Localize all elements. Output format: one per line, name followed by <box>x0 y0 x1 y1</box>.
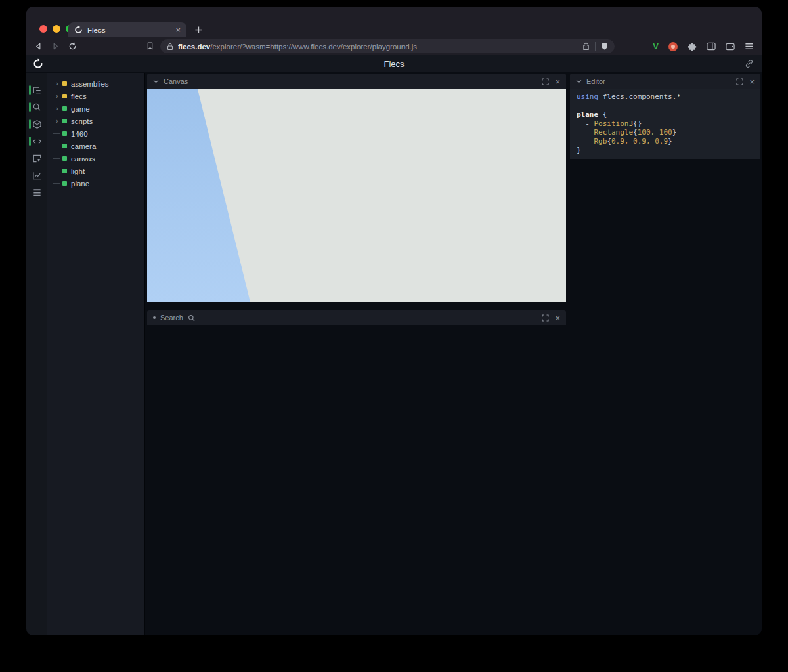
sidebar-item-entities[interactable] <box>26 81 47 98</box>
close-icon[interactable]: × <box>555 77 560 86</box>
tree-item-flecs[interactable]: ›flecs <box>47 90 144 102</box>
editor-panel: Editor × using flecs.components.* plane … <box>570 74 760 159</box>
puzzle-icon[interactable] <box>688 42 697 51</box>
tree-guide-line <box>53 183 60 184</box>
code-icon <box>32 136 42 146</box>
entity-color-swatch <box>62 169 67 173</box>
sidebar-item-scripts[interactable] <box>26 133 47 150</box>
url-path: /explorer/?wasm=https://www.flecs.dev/ex… <box>210 43 417 51</box>
reload-button[interactable] <box>68 42 77 51</box>
menu-icon[interactable] <box>745 42 754 51</box>
tree-item-camera[interactable]: camera <box>47 140 144 152</box>
tree-item-label: flecs <box>71 93 87 100</box>
tree-item-assemblies[interactable]: ›assemblies <box>47 77 144 90</box>
new-tab-button[interactable] <box>194 26 203 34</box>
code-line: } <box>577 146 754 155</box>
magnifier-icon <box>188 314 195 322</box>
tree-item-plane[interactable]: plane <box>47 177 144 190</box>
url-bar[interactable]: flecs.dev/explorer/?wasm=https://www.fle… <box>160 39 615 53</box>
tree-item-light[interactable]: light <box>47 165 144 177</box>
entity-color-swatch <box>62 156 67 161</box>
tree-item-game[interactable]: ›game <box>47 102 144 115</box>
tree-item-label: scripts <box>71 117 93 125</box>
share-icon[interactable] <box>582 42 590 51</box>
v-extension-icon[interactable]: V <box>653 41 659 51</box>
chart-icon <box>32 171 42 180</box>
page-title: Flecs <box>26 59 762 69</box>
link-icon[interactable] <box>745 59 754 68</box>
chevron-down-icon[interactable] <box>576 79 582 83</box>
canvas-sky-region <box>147 89 566 302</box>
shield-icon[interactable] <box>601 42 608 51</box>
tab-close-icon[interactable]: × <box>175 26 181 34</box>
canvas-panel: Canvas × <box>147 74 566 302</box>
entity-color-swatch <box>62 181 67 186</box>
tree-item-label: assemblies <box>71 80 109 88</box>
canvas-panel-header[interactable]: Canvas × <box>147 74 566 89</box>
tree-item-label: light <box>71 167 85 175</box>
active-indicator <box>29 102 31 112</box>
chevron-right-icon[interactable]: › <box>53 93 61 100</box>
tree-item-label: game <box>71 105 90 113</box>
code-line: - Rectangle{100, 100} <box>577 128 754 137</box>
app-header: Flecs <box>26 55 762 72</box>
tree-item-label: canvas <box>71 155 95 163</box>
tree-guide-line <box>53 133 60 134</box>
close-window-button[interactable] <box>39 25 47 33</box>
chevron-right-icon[interactable]: › <box>53 105 61 112</box>
tree-item-canvas[interactable]: canvas <box>47 152 144 165</box>
chevron-right-icon[interactable]: › <box>53 80 61 87</box>
panel-title: Editor <box>586 77 605 85</box>
browser-tab[interactable]: Flecs × <box>68 22 186 37</box>
chevron-right-icon[interactable]: › <box>53 117 61 125</box>
fullscreen-icon[interactable] <box>736 78 743 85</box>
tree-guide-line <box>53 158 60 159</box>
collapsed-dot-icon[interactable] <box>153 316 156 319</box>
sidebar-toggle-icon[interactable] <box>707 42 716 51</box>
entity-color-swatch <box>62 131 67 136</box>
code-line: - Position3{} <box>577 119 754 129</box>
code-editor[interactable]: using flecs.components.* plane { - Posit… <box>570 89 760 159</box>
canvas-3d-viewport[interactable] <box>147 89 566 302</box>
red-extension-icon[interactable] <box>668 42 678 51</box>
url-text: flecs.dev/explorer/?wasm=https://www.fle… <box>178 43 417 51</box>
wallet-icon[interactable] <box>726 42 735 51</box>
fullscreen-icon[interactable] <box>542 314 549 322</box>
sidebar-item-components[interactable] <box>26 116 47 133</box>
tree-item-label: 1460 <box>71 130 88 138</box>
active-indicator <box>29 85 31 94</box>
fullscreen-icon[interactable] <box>542 78 549 85</box>
chevron-down-icon[interactable] <box>153 79 159 83</box>
bookmark-icon[interactable] <box>146 41 154 51</box>
sidebar-item-logs[interactable] <box>26 184 47 201</box>
tab-bar: Flecs × <box>26 7 762 37</box>
panel-title: Canvas <box>164 77 188 85</box>
tree-guide-line <box>53 171 60 171</box>
minimize-window-button[interactable] <box>53 25 60 33</box>
tree-item-scripts[interactable]: ›scripts <box>47 115 144 127</box>
sidebar-item-statistics[interactable] <box>26 167 47 184</box>
active-indicator <box>29 136 31 146</box>
panel-title: Search <box>160 314 183 322</box>
entity-color-swatch <box>62 119 67 123</box>
editor-panel-header[interactable]: Editor × <box>570 74 760 89</box>
code-line: - Rgb{0.9, 0.9, 0.9} <box>577 137 754 146</box>
tree-item-label: camera <box>71 142 96 150</box>
sidebar-item-query[interactable] <box>26 98 47 116</box>
code-line: plane { <box>577 110 754 119</box>
active-indicator <box>29 119 31 129</box>
url-domain: flecs.dev <box>178 43 210 51</box>
tree-item-1460[interactable]: 1460 <box>47 127 144 140</box>
cube-icon <box>32 119 42 129</box>
code-line <box>577 102 754 111</box>
search-icon <box>32 102 42 112</box>
tab-favicon-flecs-logo-icon <box>74 26 83 34</box>
sidebar-item-inspector[interactable] <box>26 150 47 167</box>
browser-window: Flecs × flecs.dev/explorer/?wasm <box>26 7 762 635</box>
close-icon[interactable]: × <box>749 77 755 86</box>
close-icon[interactable]: × <box>555 314 560 322</box>
forward-button[interactable] <box>51 42 60 51</box>
rows-icon <box>32 188 42 198</box>
search-panel-header[interactable]: Search × <box>147 310 566 325</box>
back-button[interactable] <box>34 42 43 51</box>
